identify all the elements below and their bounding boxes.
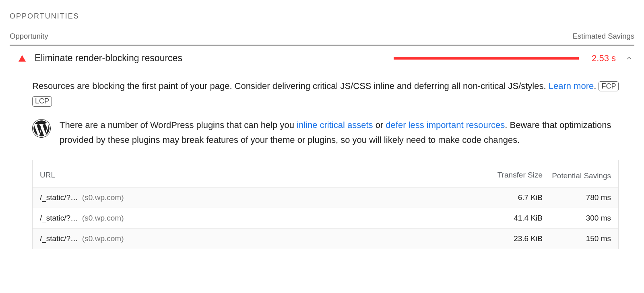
cell-transfer-size: 6.7 KiB [470,193,543,202]
url-host: (s0.wp.com) [82,193,124,202]
url-path[interactable]: /_static/?… [40,193,78,202]
audit-description: Resources are blocking the first paint o… [32,78,634,109]
audit-details: Resources are blocking the first paint o… [10,71,634,249]
url-host: (s0.wp.com) [82,234,124,243]
cell-potential-savings: 780 ms [543,193,611,202]
metric-badge-fcp: FCP [599,81,619,91]
audit-description-text: Resources are blocking the first paint o… [32,81,549,91]
cell-url: /_static/?… (s0.wp.com) [40,193,470,202]
col-header-url: URL [40,171,470,180]
col-header-estimated-savings: Estimated Savings [573,32,634,41]
collapse-toggle[interactable] [624,53,634,64]
table-row: /_static/?… (s0.wp.com) 6.7 KiB 780 ms [33,187,618,208]
savings-bar [394,57,579,60]
cell-transfer-size: 41.4 KiB [470,214,543,223]
stack-pack-row: There are a number of WordPress plugins … [32,118,634,148]
audit-title: Eliminate render-blocking resources [35,53,182,64]
stack-text-pre: There are a number of WordPress plugins … [60,120,297,130]
inline-critical-assets-link[interactable]: inline critical assets [297,120,373,130]
stack-text-mid: or [373,120,386,130]
col-header-potential-savings: Potential Savings [543,171,611,181]
savings-value: 2.53 s [592,53,616,64]
cell-transfer-size: 23.6 KiB [470,234,543,243]
table-row: /_static/?… (s0.wp.com) 23.6 KiB 150 ms [33,228,618,249]
url-host: (s0.wp.com) [82,214,124,223]
learn-more-link[interactable]: Learn more [549,81,594,91]
col-header-transfer-size: Transfer Size [470,171,543,180]
opportunities-header-row: Opportunity Estimated Savings [10,26,634,45]
section-title: OPPORTUNITIES [10,0,634,26]
url-path[interactable]: /_static/?… [40,234,78,243]
cell-url: /_static/?… (s0.wp.com) [40,214,470,223]
table-header-row: URL Transfer Size Potential Savings [33,160,618,188]
wordpress-icon [32,119,51,138]
resources-table: URL Transfer Size Potential Savings /_st… [32,160,619,250]
stack-pack-text: There are a number of WordPress plugins … [60,118,634,148]
fail-triangle-icon [19,55,26,62]
cell-url: /_static/?… (s0.wp.com) [40,234,470,243]
cell-potential-savings: 150 ms [543,234,611,243]
savings-bar-wrap [188,57,586,60]
metric-badge-lcp: LCP [32,96,52,106]
url-path[interactable]: /_static/?… [40,214,78,223]
chevron-up-icon [626,55,632,62]
defer-resources-link[interactable]: defer less important resources [386,120,505,130]
col-header-opportunity: Opportunity [10,32,48,41]
audit-description-post: . [594,81,596,91]
audit-summary-row[interactable]: Eliminate render-blocking resources 2.53… [10,45,634,71]
cell-potential-savings: 300 ms [543,214,611,223]
table-row: /_static/?… (s0.wp.com) 41.4 KiB 300 ms [33,208,618,228]
